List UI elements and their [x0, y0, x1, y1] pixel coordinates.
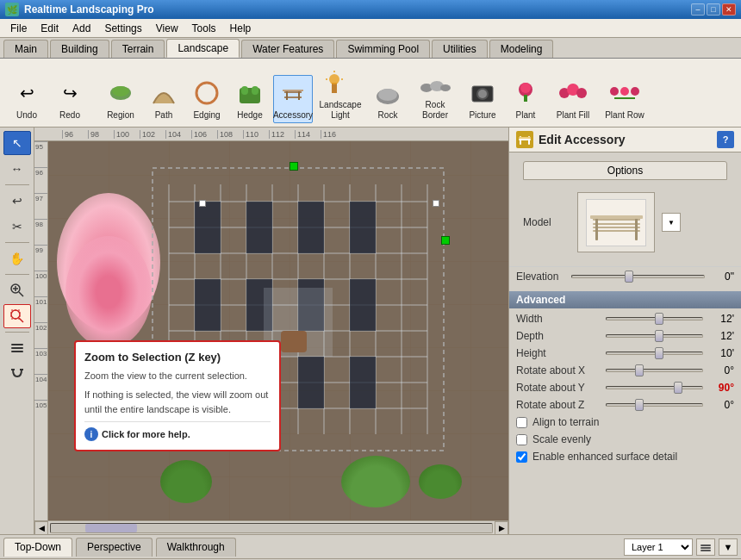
svg-rect-10	[283, 90, 303, 91]
scale-evenly-checkbox[interactable]	[516, 434, 527, 445]
edging-button[interactable]: Edging	[187, 75, 227, 123]
rotate-x-slider-thumb[interactable]	[635, 364, 644, 376]
plant-button[interactable]: Plant	[506, 75, 545, 123]
tab-utilities[interactable]: Utilities	[432, 40, 488, 58]
options-tab[interactable]: Options	[523, 161, 727, 180]
hand-tool-button[interactable]: ✋	[3, 246, 31, 271]
bottom-toolbar: Top-Down Perspective Walkthrough Layer 1…	[0, 534, 741, 558]
close-button[interactable]: ✕	[722, 3, 736, 16]
rock-border-button[interactable]: Rock Border	[411, 65, 459, 123]
layer-dropdown[interactable]: Layer 1	[624, 538, 693, 556]
rotate-x-row: Rotate about X 0°	[509, 362, 741, 379]
help-button[interactable]: ?	[717, 131, 734, 148]
model-label: Model	[523, 216, 570, 228]
scroll-left-button[interactable]: ◀	[34, 521, 48, 535]
elevation-slider-thumb[interactable]	[625, 271, 633, 283]
view-tab-perspective[interactable]: Perspective	[76, 538, 153, 557]
menu-settings[interactable]: Settings	[97, 21, 148, 36]
minimize-button[interactable]: –	[691, 3, 705, 16]
tab-building[interactable]: Building	[50, 40, 109, 58]
width-slider-thumb[interactable]	[655, 313, 663, 325]
rotate-tool-button[interactable]: ↩	[3, 189, 31, 213]
right-panel: Edit Accessory ? Options Model	[508, 128, 741, 534]
menu-file[interactable]: File	[3, 21, 34, 36]
landscape-light-button[interactable]: Landscape Light	[316, 65, 364, 123]
rotate-x-slider[interactable]	[606, 369, 703, 372]
svg-rect-92	[701, 547, 711, 549]
zoom-in-button[interactable]	[3, 278, 31, 302]
magnet-button[interactable]	[3, 362, 31, 386]
rock-icon	[372, 78, 403, 109]
hedge-button[interactable]: Hedge	[230, 75, 270, 123]
rotate-y-slider-thumb[interactable]	[674, 382, 682, 394]
layer-options-button[interactable]: ▼	[719, 538, 738, 556]
accessory-icon	[277, 78, 308, 109]
view-tab-walkthrough[interactable]: Walkthrough	[156, 538, 236, 557]
select-tool-button[interactable]: ↖	[3, 131, 31, 155]
selection-handle-top[interactable]	[290, 162, 298, 171]
rotate-y-slider[interactable]	[606, 386, 703, 389]
rotate-z-slider[interactable]	[606, 403, 703, 407]
bush-right	[341, 456, 410, 507]
width-slider[interactable]	[606, 317, 703, 320]
region-button[interactable]: Region	[101, 75, 140, 123]
align-terrain-checkbox[interactable]	[516, 417, 527, 428]
menu-add[interactable]: Add	[65, 21, 97, 36]
svg-point-29	[576, 88, 587, 98]
scrollbar-thumb[interactable]	[85, 524, 137, 532]
horizontal-scrollbar[interactable]: ◀ ▶	[34, 520, 508, 534]
menu-view[interactable]: View	[149, 21, 185, 36]
tab-swimming-pool[interactable]: Swimming Pool	[336, 40, 430, 58]
pan-tool-button[interactable]: ↔	[3, 157, 31, 181]
model-dropdown-button[interactable]: ▼	[662, 213, 681, 232]
rotate-y-label: Rotate about Y	[516, 382, 602, 394]
redo-button[interactable]: ↪ Redo	[50, 75, 90, 123]
depth-slider-thumb[interactable]	[655, 330, 663, 342]
menu-help[interactable]: Help	[223, 21, 258, 36]
height-slider-thumb[interactable]	[655, 347, 663, 359]
rotate-z-slider-thumb[interactable]	[635, 399, 644, 411]
menu-tools[interactable]: Tools	[185, 21, 223, 36]
svg-rect-91	[701, 544, 711, 546]
zoom-to-selection-button[interactable]	[3, 304, 31, 328]
tab-main[interactable]: Main	[3, 40, 48, 58]
svg-point-12	[329, 74, 339, 84]
tab-landscape[interactable]: Landscape	[166, 39, 240, 58]
scrollbar-track[interactable]	[50, 523, 493, 533]
scroll-right-button[interactable]: ▶	[495, 521, 508, 535]
layer-button[interactable]	[3, 336, 31, 360]
tab-terrain[interactable]: Terrain	[111, 40, 165, 58]
landscape-viewport[interactable]: Zoom to Selection (Z key) Zoom the view …	[48, 141, 508, 520]
hedge-label: Hedge	[237, 110, 262, 121]
menu-edit[interactable]: Edit	[34, 21, 65, 36]
tab-modeling[interactable]: Modeling	[489, 40, 554, 58]
cut-tool-button[interactable]: ✂	[3, 215, 31, 239]
elevation-slider[interactable]	[571, 275, 705, 278]
maximize-button[interactable]: □	[707, 3, 720, 16]
selection-handle-inner2[interactable]	[433, 200, 439, 207]
picture-button[interactable]: Picture	[463, 75, 502, 123]
rock-button[interactable]: Rock	[368, 75, 408, 123]
plant-row-button[interactable]: Plant Row	[601, 75, 649, 123]
path-button[interactable]: Path	[144, 75, 184, 123]
depth-slider[interactable]	[606, 334, 703, 338]
model-section: Model ▼	[509, 180, 741, 264]
tooltip-help-link[interactable]: i Click for more help.	[84, 421, 271, 441]
layer-edit-button[interactable]	[696, 538, 715, 556]
view-tab-topdown[interactable]: Top-Down	[3, 538, 72, 557]
selection-handle-inner1[interactable]	[199, 200, 206, 207]
undo-button[interactable]: ↩ Undo	[7, 75, 47, 123]
selection-handle-right[interactable]	[441, 236, 450, 245]
plant-fill-button[interactable]: Plant Fill	[549, 75, 597, 123]
model-preview[interactable]	[577, 192, 655, 252]
model-row: Model ▼	[516, 185, 734, 259]
accessory-button[interactable]: Accessory	[273, 75, 313, 123]
zoom-tooltip: Zoom to Selection (Z key) Zoom the view …	[74, 340, 281, 452]
plant-label: Plant	[516, 110, 536, 121]
tab-water-features[interactable]: Water Features	[241, 40, 334, 58]
enhanced-surface-checkbox[interactable]	[516, 451, 527, 463]
advanced-label: Advanced	[516, 294, 565, 306]
center-feature	[281, 331, 307, 352]
height-slider[interactable]	[606, 352, 703, 355]
elevation-value: 0"	[708, 271, 734, 283]
